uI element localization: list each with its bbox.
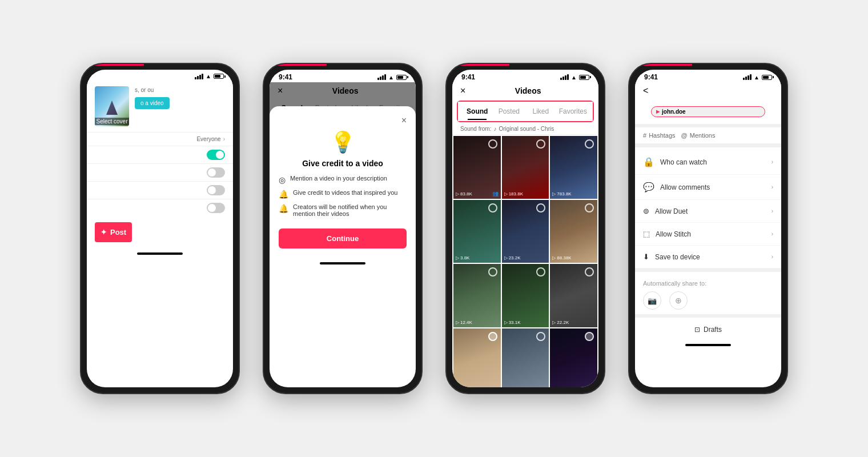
who-can-watch-item[interactable]: 🔒 Who can watch › (635, 150, 781, 175)
video-thumb-3-11[interactable] (502, 328, 549, 387)
save-to-device-label: Save to device (655, 253, 700, 261)
battery-icon-4 (762, 75, 772, 80)
continue-button[interactable]: Continue (279, 228, 407, 248)
phone-4: 9:41 ▲ < ▶ joh (628, 63, 788, 394)
divider-3 (635, 268, 781, 272)
phone-2: 9:41 ▲ × Videos Sound (263, 63, 423, 394)
hashtag-label: Hashtags (649, 132, 675, 139)
nav-header-4: < (635, 82, 781, 99)
video-radio-3-11[interactable] (536, 332, 545, 341)
tab-sound-3[interactable]: Sound (461, 103, 493, 120)
people-icon-3-1: 👥 (492, 191, 499, 197)
tab-liked-3[interactable]: Liked (525, 103, 557, 120)
modal-overlay: × 💡 Give credit to a video ◎ Mention a v… (270, 82, 416, 258)
modal-item-3: 🔔 Creators will be notified when you men… (279, 203, 407, 217)
video-stats-3-4: ▷3.8K (456, 255, 469, 260)
video-stats-3-1: ▷83.8K (456, 191, 472, 197)
save-toggle-row (87, 199, 233, 217)
tags-row: # Hashtags @ Mentions (635, 127, 781, 144)
video-thumb-3-3[interactable]: ▷783.8K (550, 136, 597, 199)
duet-toggle[interactable] (207, 167, 225, 178)
mention-chip[interactable]: @ Mentions (681, 132, 716, 139)
modal-item-text-2: Give credit to videos that inspired you (293, 189, 397, 196)
username-label: john.doe (662, 109, 686, 115)
comments-toggle-row (87, 146, 233, 163)
video-thumb-3-6[interactable]: ▷88.38K (550, 200, 597, 263)
comments-toggle[interactable] (207, 150, 225, 160)
save-to-device-item[interactable]: ⬇ Save to device › (635, 246, 781, 268)
drafts-row[interactable]: ⊡ Drafts (635, 320, 781, 339)
modal-close-button[interactable]: × (401, 115, 407, 126)
everyone-label: Everyone (196, 136, 220, 142)
video-radio-3-4[interactable] (488, 203, 497, 213)
divider-2 (635, 144, 781, 147)
video-stats-3-3: ▷783.8K (552, 191, 571, 197)
privacy-value[interactable]: Everyone › (196, 136, 225, 142)
allow-stitch-item[interactable]: ⬚ Allow Stitch › (635, 223, 781, 246)
bell-icon: 🔔 (279, 204, 288, 213)
video-stats-3-6: ▷88.38K (552, 255, 571, 260)
video-radio-3-3[interactable] (585, 139, 594, 149)
video-radio-3-1[interactable] (488, 139, 497, 149)
wifi-icon-2: ▲ (388, 74, 394, 81)
tabs-row-3: Sound Posted Liked Favorites (458, 102, 593, 121)
video-thumb-3-10[interactable] (453, 328, 501, 387)
video-thumb-3-1[interactable]: ▷83.8K 👥 (453, 136, 501, 199)
signal-icon (195, 74, 203, 79)
stitch-toggle-row (87, 181, 233, 199)
allow-stitch-chevron: › (771, 231, 773, 237)
video-radio-3-9[interactable] (585, 267, 594, 276)
lock-icon: 🔒 (643, 157, 654, 167)
signal-icon-2 (377, 74, 386, 80)
allow-comments-item[interactable]: 💬 Allow comments › (635, 175, 781, 200)
drafts-label: Drafts (704, 326, 722, 334)
hashtag-chip[interactable]: # Hashtags (643, 132, 676, 139)
video-thumb-3-9[interactable]: ▷22.2K (550, 264, 597, 327)
video-radio-3-7[interactable] (488, 267, 497, 276)
close-button-3[interactable]: × (460, 86, 465, 96)
bell-slash-icon: 🔔 (279, 190, 288, 199)
video-stats-3-2: ▷183.8K (504, 191, 523, 197)
at-icon: @ (681, 132, 688, 139)
video-radio-3-2[interactable] (536, 139, 545, 149)
video-thumb-3-12[interactable] (550, 328, 597, 387)
cover-label[interactable]: Select cover (95, 118, 129, 125)
note-icon-3: ♪ (493, 126, 496, 132)
screen-title-3: Videos (465, 86, 590, 95)
wifi-icon: ▲ (206, 73, 211, 79)
divider-4 (635, 314, 781, 318)
sound-from-label-3: Sound from: (460, 126, 491, 132)
tab-favorites-3[interactable]: Favorites (557, 103, 589, 120)
description-text: s, or ou (135, 86, 225, 94)
video-thumb-3-7[interactable]: ▷12.4K (453, 264, 501, 327)
video-thumb-3-8[interactable]: ▷33.1K (502, 264, 549, 327)
play-icon-chip: ▶ (656, 109, 660, 114)
video-thumb-3-2[interactable]: ▷183.8K (502, 136, 549, 199)
mention-label: Mentions (690, 132, 716, 139)
save-toggle[interactable] (207, 203, 225, 213)
sound-name-3: Original sound - Chris (499, 126, 554, 132)
stitch-toggle[interactable] (207, 185, 225, 195)
video-stats-3-7: ▷12.4K (456, 320, 472, 325)
mention-icon: ◎ (279, 175, 286, 185)
video-radio-3-5[interactable] (536, 203, 545, 213)
video-radio-3-10[interactable] (488, 332, 497, 341)
instagram-icon[interactable]: 📷 (643, 291, 661, 310)
video-radio-3-8[interactable] (536, 267, 545, 276)
allow-duet-item[interactable]: ⊚ Allow Duet › (635, 200, 781, 223)
home-indicator-4 (635, 339, 781, 351)
back-button[interactable]: < (643, 86, 648, 96)
video-radio-3-12[interactable] (585, 332, 594, 341)
modal-icon: 💡 (279, 130, 407, 154)
phone-1: ▲ Select cover s, or ou o a video (80, 63, 240, 394)
status-time-3: 9:41 (461, 73, 475, 81)
plus-circle-icon[interactable]: ⊕ (669, 291, 688, 310)
post-button[interactable]: ✦ Post (95, 222, 132, 242)
cover-thumbnail[interactable]: Select cover (95, 86, 129, 126)
video-radio-3-6[interactable] (585, 203, 594, 213)
video-thumb-3-4[interactable]: ▷3.8K (453, 200, 501, 263)
tab-posted-3[interactable]: Posted (493, 103, 525, 120)
video-thumb-3-5[interactable]: ▷23.2K (502, 200, 549, 263)
add-video-button[interactable]: o a video (135, 97, 170, 109)
hashtag-icon: # (643, 132, 646, 139)
